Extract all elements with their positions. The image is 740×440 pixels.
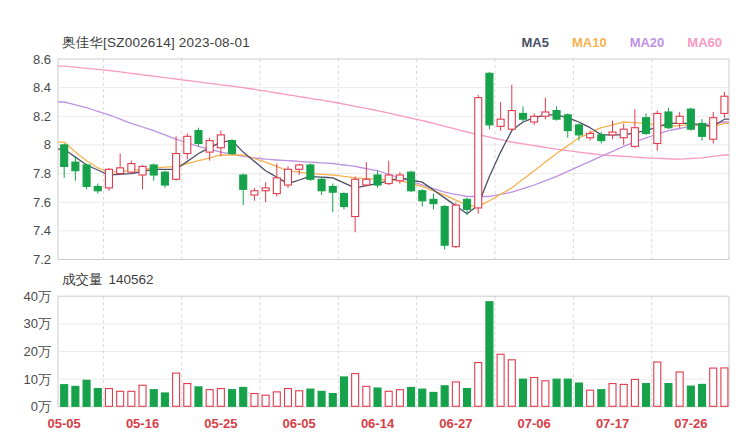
volume-bar[interactable] bbox=[217, 389, 224, 407]
candle[interactable] bbox=[94, 186, 101, 190]
candle[interactable] bbox=[575, 125, 582, 135]
volume-bar[interactable] bbox=[184, 384, 191, 407]
candle[interactable] bbox=[620, 129, 627, 138]
volume-bar[interactable] bbox=[408, 387, 415, 406]
candle[interactable] bbox=[475, 98, 482, 208]
volume-bar[interactable] bbox=[699, 384, 706, 406]
volume-bar[interactable] bbox=[83, 380, 90, 406]
candle[interactable] bbox=[408, 172, 415, 191]
volume-bar[interactable] bbox=[139, 385, 146, 406]
volume-bar[interactable] bbox=[128, 391, 135, 406]
volume-bar[interactable] bbox=[61, 385, 68, 407]
candle[interactable] bbox=[631, 128, 638, 147]
volume-bar[interactable] bbox=[363, 386, 370, 406]
volume-bar[interactable] bbox=[240, 387, 247, 406]
candle[interactable] bbox=[430, 199, 437, 203]
volume-bar[interactable] bbox=[598, 390, 605, 407]
legend-ma20[interactable]: MA20 bbox=[630, 35, 665, 50]
volume-bar[interactable] bbox=[508, 360, 515, 407]
volume-bar[interactable] bbox=[486, 302, 493, 407]
volume-bar[interactable] bbox=[307, 389, 314, 406]
volume-bar[interactable] bbox=[553, 379, 560, 406]
candle[interactable] bbox=[195, 131, 202, 144]
volume-bar[interactable] bbox=[631, 379, 638, 406]
volume-bar[interactable] bbox=[94, 389, 101, 407]
volume-bar[interactable] bbox=[285, 389, 292, 407]
candle[interactable] bbox=[598, 135, 605, 141]
volume-bar[interactable] bbox=[161, 393, 168, 406]
candle[interactable] bbox=[531, 116, 538, 122]
volume-bar[interactable] bbox=[105, 389, 112, 407]
volume-bar[interactable] bbox=[206, 390, 213, 407]
candle[interactable] bbox=[587, 133, 594, 137]
volume-bar[interactable] bbox=[374, 388, 381, 406]
candle[interactable] bbox=[665, 112, 672, 128]
volume-bar[interactable] bbox=[564, 379, 571, 406]
volume-bar[interactable] bbox=[542, 381, 549, 406]
volume-bar[interactable] bbox=[643, 384, 650, 407]
candle[interactable] bbox=[643, 118, 650, 134]
volume-bar[interactable] bbox=[519, 379, 526, 406]
candle[interactable] bbox=[61, 145, 68, 166]
candle[interactable] bbox=[441, 207, 448, 246]
candle[interactable] bbox=[464, 199, 471, 209]
candle[interactable] bbox=[497, 119, 504, 126]
candle[interactable] bbox=[307, 165, 314, 179]
candle[interactable] bbox=[396, 175, 403, 181]
candle[interactable] bbox=[553, 111, 560, 120]
kline-volume-chart[interactable]: 8.68.48.287.87.67.47.240万30万20万10万0万05-0… bbox=[0, 0, 740, 440]
legend-ma10[interactable]: MA10 bbox=[572, 35, 607, 50]
volume-bar[interactable] bbox=[117, 391, 124, 406]
volume-bar[interactable] bbox=[150, 390, 157, 407]
candle[interactable] bbox=[318, 179, 325, 190]
candle[interactable] bbox=[687, 109, 694, 129]
candle[interactable] bbox=[83, 165, 90, 186]
volume-bar[interactable] bbox=[430, 392, 437, 406]
candle[interactable] bbox=[285, 169, 292, 185]
volume-bar[interactable] bbox=[352, 374, 359, 407]
candle[interactable] bbox=[542, 112, 549, 116]
candle[interactable] bbox=[217, 135, 224, 148]
candle[interactable] bbox=[128, 164, 135, 173]
volume-bar[interactable] bbox=[531, 377, 538, 406]
volume-bar[interactable] bbox=[497, 354, 504, 406]
volume-bar[interactable] bbox=[441, 386, 448, 407]
candle[interactable] bbox=[184, 136, 191, 153]
candle[interactable] bbox=[173, 154, 180, 180]
candle[interactable] bbox=[117, 168, 124, 174]
volume-bar[interactable] bbox=[665, 384, 672, 407]
candle[interactable] bbox=[699, 123, 706, 136]
candle[interactable] bbox=[105, 169, 112, 188]
volume-bar[interactable] bbox=[229, 390, 236, 407]
candle[interactable] bbox=[654, 113, 661, 143]
volume-bar[interactable] bbox=[464, 389, 471, 407]
candle[interactable] bbox=[161, 172, 168, 185]
volume-bar[interactable] bbox=[620, 384, 627, 406]
volume-bar[interactable] bbox=[318, 391, 325, 406]
volume-bar[interactable] bbox=[654, 362, 661, 406]
candle[interactable] bbox=[150, 165, 157, 175]
volume-bar[interactable] bbox=[296, 391, 303, 407]
candle[interactable] bbox=[206, 141, 213, 152]
candle[interactable] bbox=[452, 205, 459, 247]
candle[interactable] bbox=[296, 165, 303, 169]
volume-bar[interactable] bbox=[173, 373, 180, 406]
volume-bar[interactable] bbox=[676, 372, 683, 406]
volume-bar[interactable] bbox=[721, 368, 728, 406]
candle[interactable] bbox=[721, 96, 728, 113]
volume-bar[interactable] bbox=[687, 386, 694, 406]
candle[interactable] bbox=[273, 178, 280, 194]
legend-ma5[interactable]: MA5 bbox=[521, 35, 548, 50]
candle[interactable] bbox=[374, 175, 381, 185]
volume-bar[interactable] bbox=[195, 387, 202, 406]
volume-bar[interactable] bbox=[587, 390, 594, 406]
volume-bar[interactable] bbox=[329, 394, 336, 407]
volume-bar[interactable] bbox=[262, 395, 269, 406]
candle[interactable] bbox=[676, 116, 683, 123]
candle[interactable] bbox=[419, 191, 426, 201]
volume-bar[interactable] bbox=[72, 386, 79, 406]
candle[interactable] bbox=[508, 111, 515, 130]
legend-ma60[interactable]: MA60 bbox=[687, 35, 722, 50]
candle[interactable] bbox=[229, 141, 236, 154]
volume-bar[interactable] bbox=[273, 392, 280, 406]
